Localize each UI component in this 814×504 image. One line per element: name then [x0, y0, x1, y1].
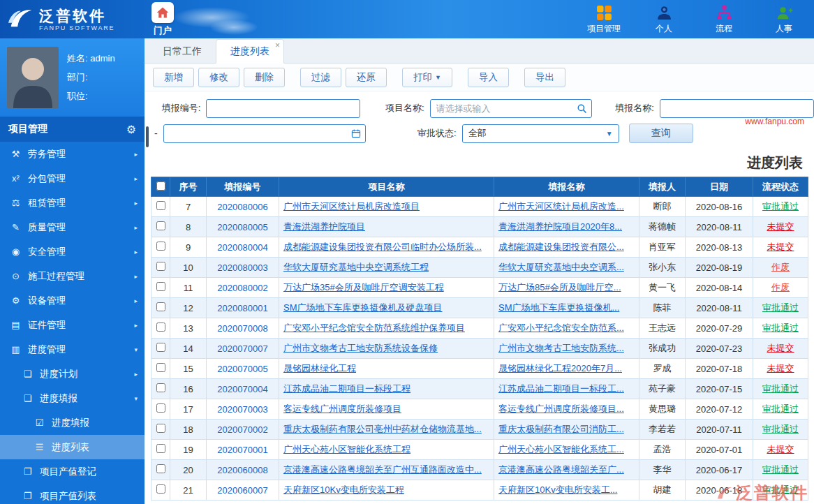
sidebar-menu-item[interactable]: ▤ 证件管理 ▸	[0, 313, 145, 337]
close-icon[interactable]: ×	[275, 41, 280, 50]
toolbar-button[interactable]: 新增	[153, 68, 194, 87]
row-project-link[interactable]: 客运专线广州调度所装修项目	[283, 403, 401, 414]
sidebar-menu-item[interactable]: ❏ 进度计划 ▸	[0, 362, 145, 386]
row-report-no-link[interactable]: 2020070005	[217, 364, 267, 374]
row-checkbox[interactable]	[156, 343, 165, 352]
row-project-link[interactable]: 天府新区10Kv变电所安装工程	[283, 484, 404, 495]
row-status[interactable]: 审批通过	[762, 302, 799, 313]
row-report-no-link[interactable]: 2020080001	[217, 303, 267, 313]
row-report-name-link[interactable]: 华软大厦研究基地中央空调系...	[498, 262, 624, 272]
row-status[interactable]: 审批通过	[762, 403, 799, 414]
row-report-name-link[interactable]: 成都能源建设集团投资有限公...	[498, 242, 624, 252]
date-input[interactable]	[163, 124, 366, 143]
toolbar-button[interactable]: 修改	[198, 68, 239, 87]
toolbar-button[interactable]: 还原	[346, 68, 387, 87]
row-status[interactable]: 作废	[771, 282, 790, 292]
row-status[interactable]: 未提交	[767, 221, 794, 232]
sidebar-menu-item[interactable]: ⚖ 租赁管理 ▸	[0, 191, 145, 215]
row-report-name-link[interactable]: 客运专线广州调度所装修项目...	[498, 403, 624, 414]
row-status[interactable]: 审批通过	[762, 323, 799, 333]
row-report-name-link[interactable]: SM广场地下车库更换摄像机...	[498, 302, 619, 313]
row-checkbox[interactable]	[156, 363, 165, 372]
approval-status-select[interactable]: 全部 ▼	[462, 124, 619, 143]
row-project-link[interactable]: 重庆太极制药有限公司亳州中药材仓储物流基地...	[283, 424, 482, 434]
row-project-link[interactable]: 广州市文物考古工地安防系统设备保修	[283, 343, 438, 353]
nav-personal[interactable]: 个人	[645, 3, 683, 35]
row-report-name-link[interactable]: 天府新区10Kv变电所安装工...	[498, 484, 617, 495]
row-checkbox[interactable]	[156, 484, 165, 494]
row-report-name-link[interactable]: 广安邓小平纪念馆安全防范系...	[498, 323, 624, 333]
row-report-no-link[interactable]: 2020060007	[217, 485, 267, 496]
sidebar-menu-item[interactable]: ☑ 进度填报	[0, 410, 145, 435]
report-no-input[interactable]	[206, 99, 360, 118]
row-status[interactable]: 作废	[771, 262, 790, 272]
project-name-input[interactable]	[430, 99, 592, 118]
row-report-no-link[interactable]: 2020070008	[217, 323, 267, 334]
search-icon[interactable]	[577, 103, 587, 114]
row-report-no-link[interactable]: 2020070002	[217, 424, 267, 435]
toolbar-button[interactable]: 导出	[524, 68, 565, 87]
row-report-no-link[interactable]: 2020080006	[217, 202, 267, 212]
row-report-no-link[interactable]: 2020060008	[217, 465, 267, 475]
row-report-name-link[interactable]: 广州天心苑小区智能化系统工...	[498, 444, 624, 454]
row-status[interactable]: 未提交	[767, 444, 794, 454]
sidebar-menu-item[interactable]: ◉ 安全管理 ▸	[0, 239, 145, 264]
portal-button[interactable]: 门户	[151, 2, 174, 37]
toolbar-button[interactable]: 导入	[468, 68, 509, 87]
row-project-link[interactable]: 广州天心苑小区智能化系统工程	[283, 444, 410, 454]
row-status[interactable]: 审批通过	[762, 424, 799, 434]
row-report-name-link[interactable]: 晟铭园林绿化工程2020年7月...	[498, 363, 622, 373]
query-button[interactable]: 查询	[629, 124, 693, 143]
sidebar-menu-item[interactable]: ❐ 项目产值登记	[0, 459, 145, 484]
row-report-no-link[interactable]: 2020080005	[217, 222, 267, 232]
sidebar-menu-item[interactable]: ⊙ 施工过程管理 ▸	[0, 264, 145, 288]
row-checkbox[interactable]	[156, 323, 165, 332]
row-report-name-link[interactable]: 京港澳高速公路粤境韶关至广...	[498, 464, 624, 475]
sidebar-menu-item[interactable]: x² 分包管理 ▸	[0, 166, 145, 191]
row-checkbox[interactable]	[156, 424, 165, 433]
row-report-no-link[interactable]: 2020080003	[217, 262, 267, 273]
row-report-name-link[interactable]: 广州市天河区统计局机房改造...	[498, 201, 624, 212]
toolbar-button[interactable]: 删除	[244, 68, 285, 87]
row-checkbox[interactable]	[156, 242, 165, 251]
row-report-no-link[interactable]: 2020070001	[217, 445, 267, 455]
row-checkbox[interactable]	[156, 383, 165, 392]
row-report-no-link[interactable]: 2020080002	[217, 283, 267, 293]
row-status[interactable]: 未提交	[767, 242, 794, 252]
row-project-link[interactable]: 青海洪湖养护院项目	[283, 221, 365, 232]
row-project-link[interactable]: 万达广场35#会所及咖啡厅空调安装工程	[283, 282, 444, 292]
sidebar-menu-item[interactable]: ▥ 进度管理 ▾	[0, 337, 145, 362]
toolbar-button[interactable]: 过滤	[300, 68, 341, 87]
calendar-icon[interactable]	[351, 128, 361, 138]
row-project-link[interactable]: 京港澳高速公路粤境韶关至广州互通路面改造中...	[283, 464, 482, 475]
row-project-link[interactable]: SM广场地下车库更换摄像机及硬盘项目	[283, 302, 443, 313]
row-report-name-link[interactable]: 万达广场85#会所及咖啡厅空...	[498, 282, 621, 292]
row-status[interactable]: 审批通过	[762, 484, 799, 495]
row-report-no-link[interactable]: 2020070004	[217, 384, 267, 394]
row-checkbox[interactable]	[156, 262, 165, 271]
row-project-link[interactable]: 华软大厦研究基地中央空调系统工程	[283, 262, 429, 272]
report-name-input[interactable]	[660, 99, 814, 118]
row-checkbox[interactable]	[156, 282, 165, 291]
row-project-link[interactable]: 广安邓小平纪念馆安全防范系统维护保养项目	[283, 323, 465, 333]
row-checkbox[interactable]	[156, 464, 165, 473]
row-report-name-link[interactable]: 青海洪湖养护院项目2020年8...	[498, 221, 622, 232]
nav-hr[interactable]: 人事	[765, 3, 803, 35]
row-project-link[interactable]: 江苏成品油二期项目一标段工程	[283, 383, 410, 394]
row-checkbox[interactable]	[156, 444, 165, 453]
row-status[interactable]: 未提交	[767, 343, 794, 353]
gear-icon[interactable]: ⚙	[126, 123, 136, 136]
row-report-no-link[interactable]: 2020070003	[217, 404, 267, 415]
row-project-link[interactable]: 晟铭园林绿化工程	[283, 363, 356, 373]
row-status[interactable]: 未提交	[767, 363, 794, 373]
tab-progress-list[interactable]: 进度列表 ×	[216, 39, 284, 64]
sidebar-menu-item[interactable]: ⚙ 设备管理 ▸	[0, 288, 145, 313]
row-report-name-link[interactable]: 江苏成品油二期项目一标段工...	[498, 383, 624, 394]
sidebar-menu-item[interactable]: ❏ 进度填报 ▾	[0, 386, 145, 410]
toolbar-button[interactable]: 打印 ▼	[402, 68, 452, 87]
row-report-name-link[interactable]: 重庆太极制药有限公司消防工...	[498, 424, 624, 434]
row-status[interactable]: 审批通过	[762, 201, 799, 212]
row-checkbox[interactable]	[156, 302, 165, 311]
row-report-name-link[interactable]: 广州市文物考古工地安防系统...	[498, 343, 624, 353]
row-project-link[interactable]: 成都能源建设集团投资有限公司临时办公场所装...	[283, 242, 482, 252]
